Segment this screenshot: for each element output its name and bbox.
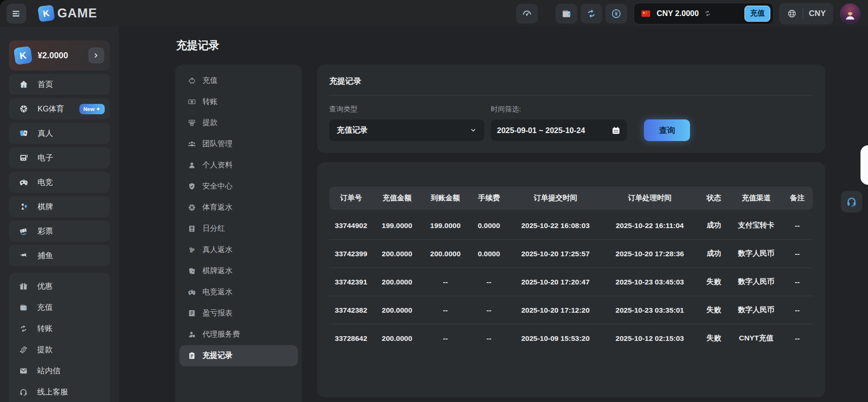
query-type-value: 充值记录 bbox=[337, 125, 368, 135]
account-menu-item-label: 充值 bbox=[202, 76, 217, 86]
header-actions: ¥ CNY 2.0000 充值 CNY bbox=[516, 3, 860, 24]
sidebar-item-live[interactable]: 真人 bbox=[9, 123, 110, 144]
search-button[interactable]: 查询 bbox=[644, 119, 690, 141]
query-type-select[interactable]: 充值记录 bbox=[329, 119, 484, 141]
table-cell: 失败 bbox=[697, 324, 731, 352]
drawer-handle[interactable] bbox=[860, 145, 868, 185]
menu-toggle-button[interactable] bbox=[7, 4, 26, 24]
balance-expand-button[interactable] bbox=[88, 47, 104, 63]
main-content: 充提记录 充值$转账$提款团队管理个人资料安全中心体育返水$日分红真人返水棋牌返… bbox=[119, 27, 868, 402]
sidebar-item-inbox[interactable]: 站内信 bbox=[9, 360, 110, 381]
table-cell: 199.0000 bbox=[421, 210, 470, 239]
account-menu-item-label: 体育返水 bbox=[202, 203, 232, 213]
sidebar-item-home[interactable]: 首页 bbox=[9, 74, 110, 95]
shield-icon bbox=[187, 182, 196, 191]
sidebar-item-deposit[interactable]: 充值 bbox=[9, 297, 110, 318]
account-menu-item-live-rebate[interactable]: 真人返水 bbox=[179, 239, 298, 260]
table-cell: 2025-10-22 16:11:04 bbox=[603, 210, 697, 239]
table-cell: 33728642 bbox=[329, 324, 373, 352]
fish-icon bbox=[19, 251, 29, 260]
account-menu-item-esports-rebate[interactable]: 电竞返水 bbox=[179, 282, 298, 303]
account-menu-item-transfer[interactable]: $转账 bbox=[179, 91, 298, 112]
coin-button[interactable]: ¥ bbox=[605, 4, 627, 24]
cards2-icon bbox=[187, 267, 196, 276]
chevron-down-icon bbox=[470, 127, 477, 134]
table-row[interactable]: 33744902199.0000199.00000.00002025-10-22… bbox=[329, 210, 813, 239]
table-cell: -- bbox=[782, 210, 813, 239]
chess-icon bbox=[19, 202, 29, 212]
account-menu-item-records[interactable]: 充提记录 bbox=[179, 345, 298, 366]
table-row[interactable]: 33742399200.0000200.00000.00002025-10-20… bbox=[329, 239, 813, 268]
soccer-icon bbox=[187, 203, 196, 212]
sidebar-item-withdraw[interactable]: ¥提款 bbox=[9, 339, 110, 360]
sidebar-item-slots[interactable]: 电子 bbox=[9, 147, 110, 168]
ticket-icon bbox=[19, 226, 29, 236]
sidebar-item-label: 提款 bbox=[37, 345, 53, 355]
table-row[interactable]: 33742382200.0000----2025-10-20 17:12:202… bbox=[329, 296, 813, 324]
language-label: CNY bbox=[809, 9, 826, 18]
cards-icon bbox=[19, 128, 29, 138]
table-cell: 2025-10-22 16:08:03 bbox=[508, 210, 603, 239]
brand-logo[interactable]: K GAME bbox=[39, 6, 97, 21]
table-column-header: 到账金额 bbox=[421, 187, 470, 210]
sidebar-item-transfer[interactable]: 转账 bbox=[9, 318, 110, 339]
table-row[interactable]: 33728642200.0000----2025-10-09 15:53:202… bbox=[329, 324, 813, 352]
user-icon bbox=[187, 161, 196, 170]
sidebar-item-esports[interactable]: 电竞 bbox=[9, 172, 110, 193]
account-menu-item-security[interactable]: 安全中心 bbox=[179, 176, 298, 197]
account-menu-item-pnl-report[interactable]: 盈亏报表 bbox=[179, 303, 298, 324]
account-menu-item-chess-rebate[interactable]: 棋牌返水 bbox=[179, 260, 298, 282]
sidebar-item-kg-sports[interactable]: KG体育New ✦ bbox=[9, 98, 110, 119]
sidebar-item-promos[interactable]: 优惠 bbox=[9, 276, 110, 297]
sidebar-item-label: 彩票 bbox=[38, 226, 53, 236]
date-range-input[interactable]: 2025-09-01 ~ 2025-10-24 bbox=[491, 119, 627, 141]
sidebar-item-chess[interactable]: 棋牌 bbox=[9, 196, 110, 217]
gamepad-icon bbox=[19, 177, 29, 187]
sidebar-item-label: 首页 bbox=[38, 79, 53, 90]
header-deposit-button[interactable]: 充值 bbox=[744, 6, 770, 22]
account-menu-item-deposit[interactable]: 充值 bbox=[179, 70, 298, 91]
table-column-header: 订单处理时间 bbox=[603, 187, 697, 210]
wallet-button[interactable] bbox=[556, 4, 577, 24]
sidebar-item-fishing[interactable]: 捕鱼 bbox=[9, 245, 110, 266]
table-cell: 200.0000 bbox=[421, 239, 470, 268]
table-row[interactable]: 33742391200.0000----2025-10-20 17:20:472… bbox=[329, 268, 813, 296]
account-menu-item-sports-rebate[interactable]: 体育返水 bbox=[179, 197, 298, 218]
gauge-icon bbox=[521, 8, 533, 19]
sidebar-item-support[interactable]: 线上客服 bbox=[9, 381, 110, 402]
table-cell: 200.0000 bbox=[373, 239, 421, 268]
divider bbox=[803, 8, 803, 19]
refresh-balance-icon[interactable] bbox=[704, 9, 712, 17]
balance-amount: ¥2.0000 bbox=[38, 51, 82, 61]
gauge-button[interactable] bbox=[516, 4, 538, 24]
date-range-value: 2025-09-01 ~ 2025-10-24 bbox=[497, 126, 585, 135]
wallet-icon bbox=[561, 8, 572, 19]
sidebar-item-lottery[interactable]: 彩票 bbox=[9, 221, 110, 242]
sidebar-item-label: 电子 bbox=[38, 153, 53, 163]
balance-card[interactable]: K ¥2.0000 bbox=[9, 40, 110, 71]
account-menu-item-label: 日分红 bbox=[202, 224, 225, 234]
headset-icon bbox=[19, 387, 28, 397]
sync-button[interactable] bbox=[581, 4, 602, 24]
account-menu-item-label: 电竞返水 bbox=[202, 287, 232, 297]
sidebar-item-label: 充值 bbox=[37, 302, 53, 313]
wallet-currency-pill[interactable]: CNY 2.0000 充值 bbox=[634, 3, 774, 24]
clipboard-icon bbox=[187, 351, 196, 360]
account-menu-item-team[interactable]: 团队管理 bbox=[179, 134, 298, 155]
sidebar-item-label: 站内信 bbox=[37, 366, 61, 376]
table-cell: 数字人民币 bbox=[731, 239, 782, 268]
hamburger-icon bbox=[11, 8, 22, 19]
account-menu-item-daily-dividend[interactable]: $日分红 bbox=[179, 218, 298, 239]
table-cell: 0.0000 bbox=[470, 239, 508, 268]
account-menu-item-profile[interactable]: 个人资料 bbox=[179, 155, 298, 176]
table-cell: 2025-10-20 17:28:36 bbox=[603, 239, 697, 268]
language-selector[interactable]: CNY bbox=[779, 3, 833, 24]
account-menu-item-agent-fee[interactable]: 代理服务费 bbox=[179, 324, 298, 345]
account-menu-item-label: 充提记录 bbox=[202, 351, 232, 361]
account-menu-item-withdraw[interactable]: $提款 bbox=[179, 112, 298, 134]
user-avatar[interactable] bbox=[840, 3, 860, 24]
account-menu: 充值$转账$提款团队管理个人资料安全中心体育返水$日分红真人返水棋牌返水电竞返水… bbox=[175, 64, 302, 402]
table-column-header: 充值金额 bbox=[373, 187, 421, 210]
support-button[interactable] bbox=[841, 191, 862, 213]
chevron-right-icon bbox=[93, 52, 100, 59]
